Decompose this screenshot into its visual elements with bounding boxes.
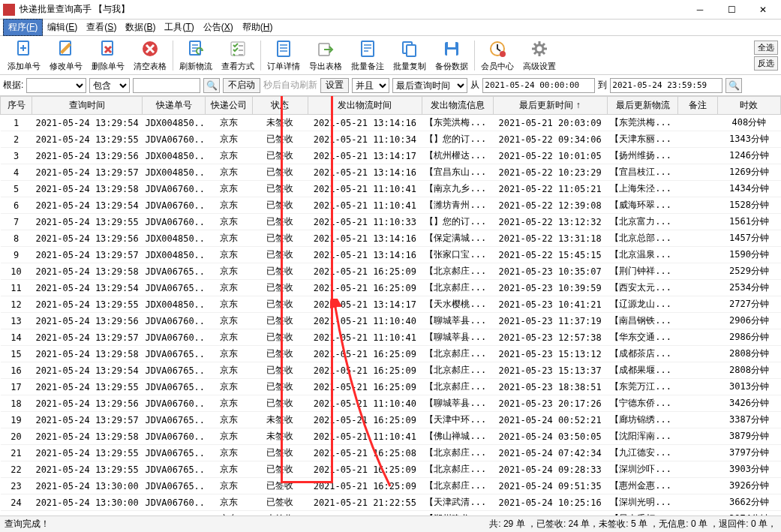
table-row[interactable]: 102021-05-24 13:29:58JDVA06765...京东已签收20… — [1, 263, 781, 280]
and-select[interactable]: 并且 — [352, 78, 389, 93]
table-row[interactable]: 92021-05-24 13:29:57JDX004850...京东已签收202… — [1, 247, 781, 263]
member-center-button[interactable]: 会员中心 — [476, 38, 518, 74]
cell: 【惠州金惠... — [607, 478, 678, 494]
table-row[interactable]: 62021-05-24 13:29:54JDVA06760...京东已签收202… — [1, 197, 781, 214]
table-row[interactable]: 242021-05-24 13:30:00JDVA06760...京东已签收20… — [1, 494, 781, 511]
table-row[interactable]: 112021-05-24 13:29:54JDVA06765...京东已签收20… — [1, 280, 781, 296]
search-button[interactable]: 🔍 — [203, 78, 220, 93]
add-order-button[interactable]: 添加单号 — [3, 38, 45, 74]
timefield-select[interactable]: 最后查询时间 — [392, 78, 467, 93]
contain-select[interactable]: 包含 — [89, 78, 130, 93]
table-row[interactable]: 202021-05-24 13:29:58JDVA06760...京东未签收20… — [1, 428, 781, 445]
table-row[interactable]: 212021-05-24 13:29:55JDVA06765...京东已签收20… — [1, 445, 781, 461]
order-detail-button[interactable]: 订单详情 — [263, 38, 305, 74]
table-row[interactable]: 82021-05-24 13:29:56JDX004850...京东已签收202… — [1, 230, 781, 247]
invert-select-button[interactable]: 反选 — [754, 56, 778, 71]
date-search-button[interactable]: 🔍 — [725, 78, 742, 93]
table-row[interactable]: 172021-05-24 13:29:55JDVA06765...京东已签收20… — [1, 379, 781, 395]
close-button[interactable]: ✕ — [748, 2, 778, 17]
table-row[interactable]: 132021-05-24 13:29:56JDVA06760...京东已签收20… — [1, 313, 781, 329]
col-header[interactable]: 快递公司 — [206, 97, 253, 115]
cell: 京东 — [206, 247, 253, 263]
export-table-button[interactable]: 导出表格 — [305, 38, 347, 74]
menu-帮助[interactable]: 帮助(H) — [238, 20, 278, 35]
table-row[interactable]: 12021-05-24 13:29:54JDX004850...京东未签收202… — [1, 115, 781, 131]
minimize-button[interactable]: ─ — [685, 2, 715, 17]
batch-remark-button[interactable]: 批量备注 — [347, 38, 389, 74]
cell: JDVA06760... — [143, 428, 206, 445]
cell: 【华东交通... — [607, 329, 678, 346]
table-row[interactable]: 222021-05-24 13:29:55JDVA06765...京东已签收20… — [1, 461, 781, 478]
cell — [678, 115, 718, 131]
table-row[interactable]: 152021-05-24 13:29:58JDVA06765...京东已签收20… — [1, 346, 781, 362]
select-all-button[interactable]: 全选 — [754, 41, 778, 55]
menu-查看[interactable]: 查看(S) — [82, 20, 121, 35]
maximize-button[interactable]: ☐ — [716, 2, 746, 17]
col-header[interactable]: 时效 — [717, 97, 780, 115]
table-row[interactable]: 22021-05-24 13:29:55JDVA06760...京东已签收202… — [1, 131, 781, 148]
query-mode-button[interactable]: 查看方式 — [217, 38, 259, 74]
menu-公告[interactable]: 公告(X) — [199, 20, 238, 35]
table-row[interactable]: 52021-05-24 13:29:58JDVA06760...京东已签收202… — [1, 181, 781, 197]
table-row[interactable]: 142021-05-24 13:29:57JDVA06760...京东已签收20… — [1, 329, 781, 346]
col-header[interactable]: 最后更新物流 — [607, 97, 678, 115]
menu-编辑[interactable]: 编辑(E) — [43, 20, 82, 35]
advanced-settings-button[interactable]: 高级设置 — [518, 38, 560, 74]
cell: 2021-05-21 13:14:17 — [308, 148, 422, 164]
col-header[interactable]: 快递单号 — [143, 97, 206, 115]
search-input[interactable] — [133, 78, 200, 93]
col-header[interactable]: 状态 — [253, 97, 308, 115]
table-row[interactable]: 162021-05-24 13:29:54JDVA06765...京东已签收20… — [1, 362, 781, 379]
cell: JDVA06760... — [143, 313, 206, 329]
col-header[interactable]: 最后更新时间 ↑ — [493, 97, 607, 115]
cell: 2021-05-22 13:12:32 — [493, 214, 607, 230]
cell: 【保定满城... — [422, 230, 493, 247]
cell: 20 — [1, 428, 32, 445]
menu-工具[interactable]: 工具(T) — [160, 20, 198, 35]
settings-button[interactable]: 设置 — [320, 78, 349, 93]
cell: 2986分钟 — [717, 329, 780, 346]
cell: 京东 — [206, 115, 253, 131]
date-from-input[interactable] — [482, 78, 595, 93]
table-row[interactable]: 192021-05-24 13:29:57JDVA06765...京东未签收20… — [1, 412, 781, 428]
cell — [678, 197, 718, 214]
menu-程序[interactable]: 程序(F) — [3, 19, 43, 36]
cell: 2021-05-24 13:29:58 — [32, 263, 143, 280]
batch-copy-button[interactable]: 批量复制 — [389, 38, 431, 74]
cell: JDVA06760... — [143, 329, 206, 346]
backup-data-button[interactable]: 备份数据 — [431, 38, 473, 74]
delete-order-button[interactable]: 删除单号 — [87, 38, 129, 74]
col-header[interactable]: 备注 — [678, 97, 718, 115]
refresh-logistics-button[interactable]: 刷新物流 — [175, 38, 217, 74]
table-row[interactable]: 32021-05-24 13:29:56JDX004850...京东已签收202… — [1, 148, 781, 164]
cell — [678, 445, 718, 461]
cell: 已签收 — [253, 230, 308, 247]
clear-table-button[interactable]: 清空表格 — [129, 38, 171, 74]
col-header[interactable]: 发出物流信息 — [422, 97, 493, 115]
nostart-button[interactable]: 不启动 — [223, 78, 260, 93]
cell: 2021-05-21 11:10:34 — [308, 131, 422, 148]
titlebar: 快递批量查询高手 【与我】 ─ ☐ ✕ — [0, 0, 781, 20]
table-row[interactable]: 232021-05-24 13:30:00JDVA06765...京东已签收20… — [1, 478, 781, 494]
table-row[interactable]: 122021-05-24 13:29:55JDX004850...京东已签收20… — [1, 296, 781, 313]
date-to-input[interactable] — [610, 78, 722, 93]
cell: 11 — [1, 280, 32, 296]
cell: 【天水樱桃... — [422, 296, 493, 313]
edit-order-button[interactable]: 修改单号 — [45, 38, 87, 74]
cell: 【宁德东侨... — [607, 395, 678, 412]
table-row[interactable]: 42021-05-24 13:29:57JDX004850...京东已签收202… — [1, 164, 781, 181]
svg-rect-8 — [362, 41, 374, 56]
cell: 2021-05-21 13:14:16 — [308, 115, 422, 131]
table-row[interactable]: 72021-05-24 13:29:55JDVA06760...京东已签收202… — [1, 214, 781, 230]
col-header[interactable]: 发出物流时间 — [308, 97, 422, 115]
data-grid[interactable]: 序号查询时间快递单号快递公司状态发出物流时间发出物流信息最后更新时间 ↑最后更新… — [0, 96, 781, 515]
col-header[interactable]: 序号 — [1, 97, 32, 115]
table-row[interactable]: 182021-05-24 13:29:56JDVA06760...京东已签收20… — [1, 395, 781, 412]
cell: 京东 — [206, 296, 253, 313]
menu-数据[interactable]: 数据(B) — [121, 20, 160, 35]
cell: 2021-05-23 18:38:51 — [493, 379, 607, 395]
cell: 京东 — [206, 197, 253, 214]
field-select[interactable] — [26, 78, 86, 93]
col-header[interactable]: 查询时间 — [32, 97, 143, 115]
toolbar-label: 订单详情 — [267, 61, 300, 72]
